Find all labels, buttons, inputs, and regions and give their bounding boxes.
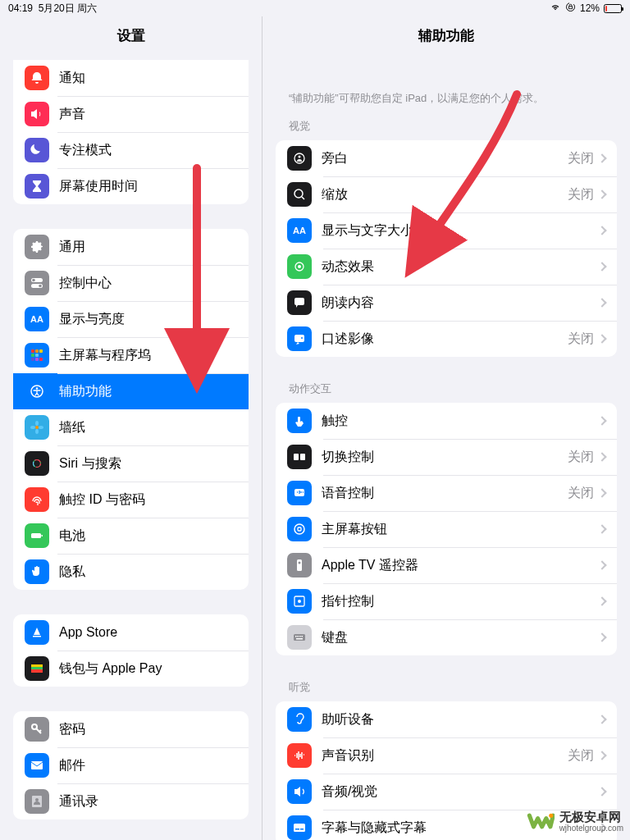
detail-row-zoom[interactable]: 缩放关闭 [276, 176, 617, 212]
siri-icon [25, 451, 49, 476]
row-label: 口述影像 [322, 331, 568, 348]
row-label: 触控 [322, 413, 599, 430]
row-value: 关闭 [568, 747, 594, 765]
row-label: 隐私 [59, 564, 237, 581]
row-label: 触控 ID 与密码 [59, 491, 237, 509]
zoom-icon [287, 182, 312, 207]
chevron-right-icon [597, 416, 606, 425]
detail-row-switch[interactable]: 切换控制关闭 [276, 439, 617, 475]
detail-row-audiovis[interactable]: 音频/视觉 [276, 774, 617, 810]
watermark-text-cn: 无极安卓网 [559, 810, 623, 824]
sidebar-item-privacy[interactable]: 隐私 [13, 554, 249, 590]
section-header: 听觉 [289, 680, 604, 695]
row-label: 主屏幕按钮 [322, 521, 599, 538]
row-value: 关闭 [568, 485, 594, 502]
chevron-right-icon [597, 334, 606, 343]
detail-row-motion[interactable]: 动态效果 [276, 249, 617, 285]
sidebar-group: 通用控制中心显示与亮度主屏幕与程序坞辅助功能墙纸Siri 与搜索触控 ID 与密… [13, 229, 249, 590]
pointer-icon [287, 589, 312, 614]
row-label: 音频/视觉 [322, 783, 599, 801]
detail-row-spoken[interactable]: 朗读内容 [276, 285, 617, 321]
chevron-right-icon [597, 262, 606, 271]
battery-icon [25, 523, 49, 548]
wallet-icon [25, 656, 49, 681]
sidebar-item-control[interactable]: 控制中心 [13, 265, 249, 301]
row-label: 墙纸 [59, 419, 237, 436]
row-label: 朗读内容 [322, 294, 599, 312]
row-label: 屏幕使用时间 [59, 178, 237, 195]
row-label: 缩放 [322, 186, 568, 203]
row-label: 语音控制 [322, 485, 568, 502]
row-label: 声音 [59, 106, 237, 123]
detail-row-voice[interactable]: 语音控制关闭 [276, 475, 617, 511]
detail-row-audiodesc[interactable]: 口述影像关闭 [276, 321, 617, 357]
detail-row-appletv[interactable]: Apple TV 遥控器 [276, 547, 617, 583]
voiceover-icon [287, 146, 312, 171]
figure-icon [25, 379, 49, 404]
chevron-right-icon [597, 787, 606, 796]
detail-row-homebtn[interactable]: 主屏幕按钮 [276, 511, 617, 547]
chevron-right-icon [597, 189, 606, 199]
detail-row-soundrec[interactable]: 声音识别关闭 [276, 737, 617, 774]
status-bar: 04:19 5月20日 周六 12% [0, 0, 630, 16]
sidebar-item-screentime[interactable]: 屏幕使用时间 [13, 168, 249, 204]
chevron-right-icon [597, 452, 606, 461]
sidebar-item-passwords[interactable]: 密码 [13, 711, 249, 747]
status-date: 5月20日 周六 [39, 2, 97, 14]
row-label: App Store [59, 625, 237, 640]
sidebar-item-appstore[interactable]: App Store [13, 614, 249, 651]
row-value: 关闭 [568, 150, 594, 167]
sidebar-item-sounds[interactable]: 声音 [13, 96, 249, 132]
chevron-right-icon [597, 714, 606, 724]
sidebar-item-accessibility[interactable]: 辅助功能 [13, 373, 249, 409]
detail-row-voiceover[interactable]: 旁白关闭 [276, 140, 617, 176]
fingerprint-icon [25, 487, 49, 512]
key-icon [25, 717, 49, 742]
row-label: 显示与亮度 [59, 311, 237, 328]
flower-icon [25, 415, 49, 440]
row-label: 显示与文字大小 [322, 222, 599, 240]
detail-row-textsize[interactable]: 显示与文字大小 [276, 212, 617, 249]
gear-icon [25, 235, 49, 259]
svg-point-61 [549, 814, 553, 818]
row-label: 声音识别 [322, 747, 568, 765]
motion-icon [287, 254, 312, 279]
row-label: 通讯录 [59, 793, 237, 810]
chevron-right-icon [597, 226, 606, 235]
row-label: 邮件 [59, 757, 237, 774]
switches-icon [25, 271, 49, 295]
sidebar-item-general[interactable]: 通用 [13, 229, 249, 265]
row-label: 密码 [59, 721, 237, 738]
sidebar-item-contacts[interactable]: 通讯录 [13, 783, 249, 819]
sidebar-item-wallpaper[interactable]: 墙纸 [13, 409, 249, 445]
waveform-icon [287, 743, 312, 768]
detail-row-hearing[interactable]: 助听设备 [276, 701, 617, 737]
watermark: 无极安卓网 wjhotelgroup.com [527, 807, 623, 835]
detail-row-keyboard[interactable]: 键盘 [276, 619, 617, 655]
watermark-text-en: wjhotelgroup.com [559, 824, 623, 833]
sidebar-group: App Store钱包与 Apple Pay [13, 614, 249, 687]
row-label: 主屏幕与程序坞 [59, 347, 237, 364]
sidebar-item-mail[interactable]: 邮件 [13, 747, 249, 783]
sidebar-item-siri[interactable]: Siri 与搜索 [13, 445, 249, 482]
sidebar-item-touchid[interactable]: 触控 ID 与密码 [13, 482, 249, 518]
sidebar-item-wallet[interactable]: 钱包与 Apple Pay [13, 651, 249, 687]
row-label: 指针控制 [322, 593, 599, 610]
sidebar-group: 通知声音专注模式屏幕使用时间 [13, 60, 249, 204]
detail-row-touch[interactable]: 触控 [276, 403, 617, 439]
watermark-logo-icon [527, 807, 555, 835]
row-label: 助听设备 [322, 711, 599, 728]
detail-pane: 辅助功能 “辅助功能”可帮助您自定 iPad，以满足您的个人需求。 视觉旁白关闭… [262, 16, 630, 840]
detail-group: 触控切换控制关闭语音控制关闭主屏幕按钮Apple TV 遥控器指针控制键盘 [276, 403, 617, 655]
detail-row-pointer[interactable]: 指针控制 [276, 583, 617, 619]
sidebar-item-battery[interactable]: 电池 [13, 518, 249, 554]
sidebar-item-notifications[interactable]: 通知 [13, 60, 249, 96]
section-header: 动作交互 [289, 381, 604, 396]
chevron-right-icon [597, 524, 606, 533]
sidebar-item-display[interactable]: 显示与亮度 [13, 301, 249, 337]
sidebar-item-focus[interactable]: 专注模式 [13, 132, 249, 168]
hourglass-icon [25, 174, 49, 199]
mail-icon [25, 753, 49, 778]
audiovis-icon [287, 779, 312, 804]
sidebar-item-home[interactable]: 主屏幕与程序坞 [13, 337, 249, 373]
